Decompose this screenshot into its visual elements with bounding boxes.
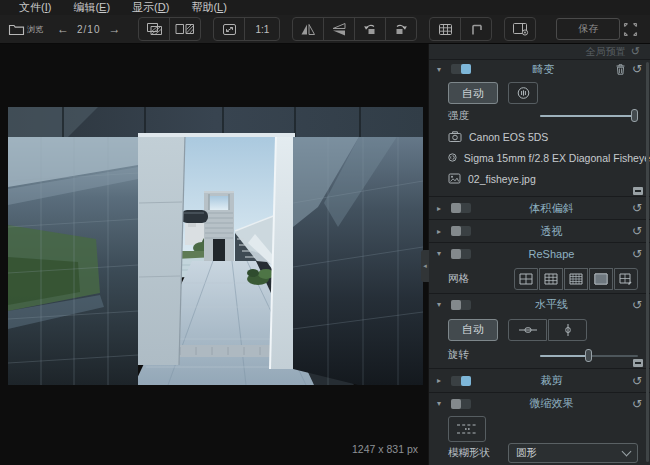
- corrections-panel: 全局预置 ↺ ▾ 畸变 ↺ 自动 强度: [428, 44, 650, 465]
- image-canvas: 1247 x 831 px: [0, 44, 428, 465]
- section-distortion-header[interactable]: ▾ 畸变 ↺: [429, 59, 650, 78]
- flip-horizontal-button[interactable]: [293, 18, 323, 40]
- grid-2x2-button[interactable]: [514, 268, 538, 290]
- menu-edit[interactable]: 编辑(E): [62, 0, 121, 15]
- horizon-reset-button[interactable]: ↺: [632, 299, 642, 311]
- collapse-arrow-icon: ◂: [423, 262, 427, 270]
- panel-toggle-button[interactable]: [505, 18, 535, 40]
- grid-custom-button[interactable]: [614, 268, 638, 290]
- volume-enable-toggle[interactable]: [451, 203, 471, 213]
- distortion-enable-toggle[interactable]: [451, 64, 471, 74]
- fit-screen-button[interactable]: [214, 18, 244, 40]
- rotation-label: 旋转: [448, 348, 469, 362]
- crop-reset-button[interactable]: ↺: [632, 375, 642, 387]
- level-horizontal-button[interactable]: [508, 319, 547, 341]
- zoom-100-button[interactable]: 1:1: [244, 18, 279, 40]
- panel-collapse-handle[interactable]: ◂: [421, 250, 429, 282]
- guides-icon: [469, 23, 484, 36]
- section-crop-header[interactable]: ▸ 裁剪 ↺: [429, 368, 650, 392]
- guides-button[interactable]: [460, 18, 491, 40]
- volume-reset-button[interactable]: ↺: [632, 202, 642, 214]
- menu-view[interactable]: 显示(D): [121, 0, 180, 15]
- image-file-icon: [448, 173, 461, 184]
- section-horizon-header[interactable]: ▾ 水平线 ↺: [429, 293, 650, 315]
- compare-icon: [146, 22, 163, 36]
- distortion-auto-button[interactable]: 自动: [448, 82, 498, 104]
- menu-help[interactable]: 帮助(L): [180, 0, 237, 15]
- camera-icon: [448, 131, 462, 142]
- horizon-section-body: 自动 旋转: [429, 315, 650, 368]
- app-window: 文件(I) 编辑(E) 显示(D) 帮助(L) 浏览 ← 2/10 →: [0, 0, 650, 465]
- perspective-reset-button[interactable]: ↺: [632, 225, 642, 237]
- compare-toggle-button[interactable]: [139, 18, 169, 40]
- blur-shape-label: 模糊形状: [448, 446, 490, 460]
- expand-caret-icon[interactable]: ▸: [437, 204, 449, 213]
- rotate-right-icon: [393, 22, 409, 36]
- prev-image-button[interactable]: ←: [57, 22, 69, 36]
- miniature-section-body: 模糊形状 圆形: [429, 414, 650, 463]
- menu-file[interactable]: 文件(I): [8, 0, 62, 15]
- section-perspective-header[interactable]: ▸ 透视 ↺: [429, 219, 650, 242]
- expand-caret-icon[interactable]: ▾: [437, 300, 449, 309]
- image-dimensions: 1247 x 831 px: [352, 443, 418, 455]
- section-title: 透视: [471, 224, 632, 239]
- collapse-distortion-button[interactable]: [633, 187, 643, 195]
- level-vertical-button[interactable]: [548, 319, 587, 341]
- expand-caret-icon[interactable]: ▸: [437, 227, 449, 236]
- expand-caret-icon[interactable]: ▾: [437, 399, 449, 408]
- expand-caret-icon[interactable]: ▾: [437, 65, 449, 74]
- trash-icon[interactable]: [616, 64, 625, 75]
- section-title: 水平线: [471, 297, 632, 312]
- next-image-button[interactable]: →: [108, 22, 120, 36]
- flip-horizontal-icon: [300, 23, 316, 36]
- lens-info: Sigma 15mm f/2.8 EX Diagonal Fisheye: [429, 147, 650, 168]
- intensity-label: 强度: [448, 109, 469, 123]
- flip-vertical-button[interactable]: [323, 18, 354, 40]
- grid-overlay-button[interactable]: [430, 18, 460, 40]
- distortion-reset-button[interactable]: ↺: [632, 63, 642, 75]
- miniature-enable-toggle[interactable]: [451, 399, 471, 409]
- photo-preview[interactable]: [8, 107, 423, 385]
- expand-caret-icon[interactable]: ▸: [437, 376, 449, 385]
- menubar: 文件(I) 编辑(E) 显示(D) 帮助(L): [0, 0, 650, 15]
- global-preset-reset-button[interactable]: ↺: [631, 45, 640, 58]
- perspective-enable-toggle[interactable]: [451, 226, 471, 236]
- level-tools-group: [508, 319, 587, 341]
- zoom-group: 1:1: [213, 17, 280, 41]
- blur-shape-dropdown[interactable]: 圆形: [508, 443, 638, 463]
- split-view-button[interactable]: [169, 18, 200, 40]
- horizon-auto-button[interactable]: 自动: [448, 319, 498, 341]
- fisheye-mode-button[interactable]: [508, 82, 538, 104]
- tiltshift-tool-button[interactable]: [448, 416, 486, 442]
- browse-button[interactable]: 浏览: [8, 23, 43, 36]
- rotate-right-button[interactable]: [385, 18, 416, 40]
- collapse-horizon-button[interactable]: [633, 359, 643, 367]
- file-info: 02_fisheye.jpg: [429, 168, 650, 189]
- camera-info: Canon EOS 5DS: [429, 126, 650, 147]
- panel-scrollbar[interactable]: [646, 62, 649, 462]
- section-title: 体积偏斜: [471, 201, 632, 216]
- grid-dense-button[interactable]: [589, 268, 613, 290]
- save-button[interactable]: 保存: [556, 18, 620, 40]
- rotate-left-button[interactable]: [354, 18, 385, 40]
- reshape-reset-button[interactable]: ↺: [632, 248, 642, 260]
- split-view-icon: [175, 23, 195, 35]
- section-reshape-header[interactable]: ▾ ReShape ↺: [429, 242, 650, 264]
- expand-caret-icon[interactable]: ▾: [437, 249, 449, 258]
- crop-enable-toggle[interactable]: [451, 376, 471, 386]
- horizon-enable-toggle[interactable]: [451, 300, 471, 310]
- section-miniature-header[interactable]: ▾ 微缩效果 ↺: [429, 392, 650, 414]
- reshape-enable-toggle[interactable]: [451, 249, 471, 259]
- tiltshift-icon: [455, 422, 479, 436]
- section-title: ReShape: [471, 248, 632, 260]
- section-volume-header[interactable]: ▸ 体积偏斜 ↺: [429, 196, 650, 219]
- grid-4x4-button[interactable]: [564, 268, 588, 290]
- image-navigator: ← 2/10 →: [57, 22, 120, 36]
- reshape-section-body: 网格: [429, 264, 650, 293]
- intensity-slider[interactable]: [540, 109, 638, 122]
- miniature-reset-button[interactable]: ↺: [632, 398, 642, 410]
- rotation-slider[interactable]: [540, 349, 638, 362]
- fullscreen-button[interactable]: [623, 22, 638, 37]
- grid-3x3-button[interactable]: [539, 268, 563, 290]
- fisheye-icon: [516, 86, 531, 100]
